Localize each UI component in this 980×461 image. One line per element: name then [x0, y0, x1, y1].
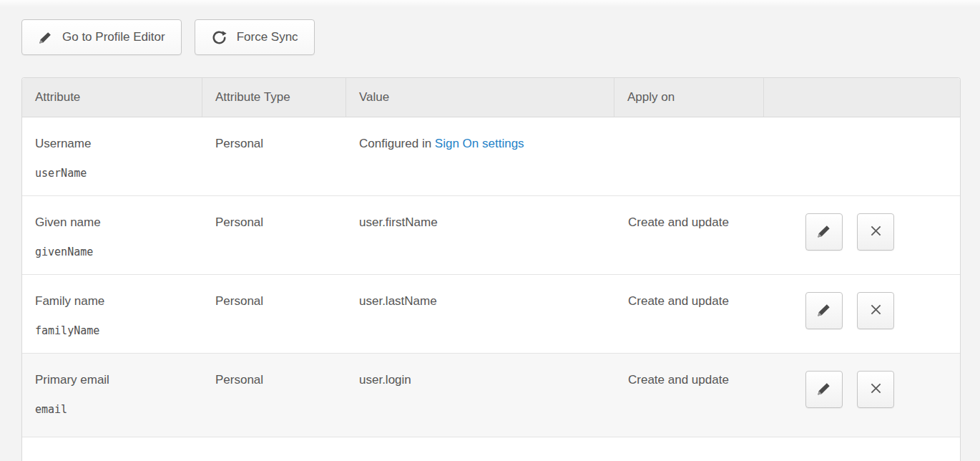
pencil-icon [38, 30, 53, 45]
remove-attribute-button[interactable] [857, 213, 894, 251]
table-row-partial [22, 437, 960, 461]
apply-on-cell: Create and update [614, 354, 764, 437]
attribute-variable-name: givenName [35, 246, 192, 258]
attribute-variable-name: familyName [35, 324, 192, 337]
attribute-type-cell: Personal [202, 354, 346, 437]
apply-on-cell: Create and update [614, 196, 764, 274]
table-header-row: Attribute Attribute Type Value Apply on [22, 78, 960, 117]
edit-pencil-icon [816, 302, 832, 320]
value-cell: user.login [346, 354, 614, 437]
edit-attribute-button[interactable] [805, 292, 843, 329]
sign-on-settings-link[interactable]: Sign On settings [435, 137, 524, 150]
apply-on-cell: Create and update [614, 275, 764, 353]
attribute-variable-name: email [35, 403, 192, 416]
value-cell: user.firstName [346, 196, 614, 274]
attribute-variable-name: userName [35, 167, 192, 180]
value-cell: Configured in Sign On settings [346, 117, 614, 195]
remove-x-icon [868, 223, 883, 241]
table-row: Username userName Personal Configured in… [22, 117, 960, 196]
attribute-type-cell: Personal [202, 117, 346, 195]
value-prefix: Configured in [359, 137, 431, 150]
actions-cell [764, 354, 960, 437]
attribute-cell: Given name givenName [22, 196, 202, 274]
table-row: Family name familyName Personal user.las… [22, 275, 960, 354]
actions-cell [764, 196, 960, 274]
refresh-icon [211, 29, 227, 46]
remove-attribute-button[interactable] [857, 371, 894, 408]
go-to-profile-editor-label: Go to Profile Editor [62, 30, 165, 44]
force-sync-label: Force Sync [237, 30, 298, 44]
attribute-mapping-table: Attribute Attribute Type Value Apply on … [21, 77, 961, 461]
column-header-apply-on: Apply on [614, 78, 764, 117]
remove-x-icon [868, 381, 883, 398]
force-sync-button[interactable]: Force Sync [195, 19, 315, 55]
table-row: Primary email email Personal user.login … [22, 354, 960, 437]
column-header-value: Value [346, 78, 614, 117]
remove-attribute-button[interactable] [857, 292, 894, 329]
attribute-label: Username [35, 137, 192, 151]
go-to-profile-editor-button[interactable]: Go to Profile Editor [21, 19, 182, 55]
apply-on-cell [614, 117, 764, 195]
edit-attribute-button[interactable] [805, 371, 843, 408]
toolbar: Go to Profile Editor Force Sync [21, 19, 315, 55]
attribute-cell: Family name familyName [22, 275, 202, 353]
column-header-attribute-type: Attribute Type [202, 78, 346, 117]
column-header-actions [764, 78, 960, 117]
attribute-label: Family name [35, 294, 192, 309]
table-row: Given name givenName Personal user.first… [22, 196, 960, 275]
actions-cell [764, 117, 960, 195]
actions-cell [764, 275, 960, 353]
attribute-type-cell: Personal [202, 196, 346, 274]
edit-pencil-icon [816, 381, 832, 399]
attribute-mappings-page: Go to Profile Editor Force Sync Attribut… [0, 0, 980, 461]
attribute-cell: Username userName [22, 117, 202, 195]
value-cell: user.lastName [346, 275, 614, 353]
remove-x-icon [868, 302, 883, 319]
top-divider [0, 0, 980, 7]
attribute-label: Given name [35, 215, 192, 230]
edit-attribute-button[interactable] [805, 213, 843, 251]
attribute-cell: Primary email email [22, 354, 202, 437]
edit-pencil-icon [816, 223, 832, 241]
attribute-label: Primary email [35, 373, 192, 387]
attribute-type-cell: Personal [202, 275, 346, 353]
column-header-attribute: Attribute [22, 78, 202, 117]
